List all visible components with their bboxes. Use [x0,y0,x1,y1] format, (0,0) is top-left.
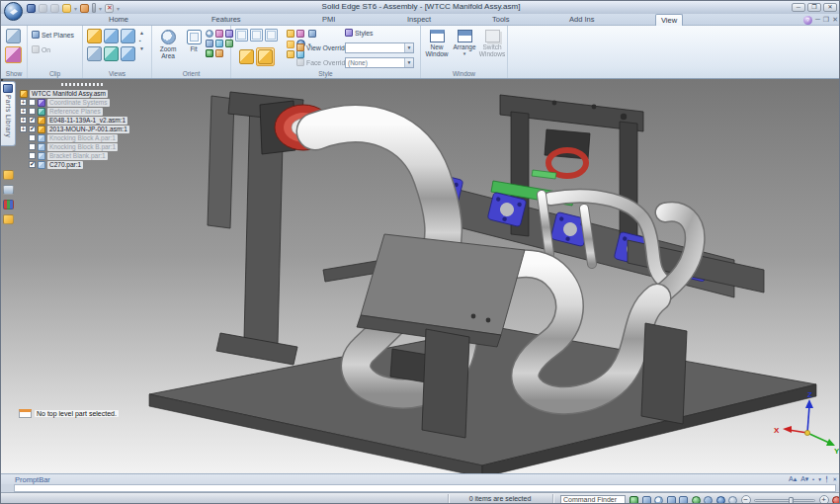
minimize-button[interactable]: ─ [792,3,805,12]
help-panel-icon[interactable] [3,214,14,224]
tab-features[interactable]: Features [207,14,246,26]
record-icon[interactable] [832,496,840,504]
new-window-button[interactable]: New Window [424,30,450,57]
arrange-button[interactable]: Arrange ▾ [452,30,477,57]
reflections-icon[interactable] [296,30,304,38]
shadows-icon[interactable] [287,41,294,48]
tab-pmi[interactable]: PMI [317,14,340,26]
panel-grip[interactable] [61,83,103,86]
arrange-dropdown-icon[interactable]: ▾ [452,50,477,57]
prompt-input[interactable] [14,484,836,492]
dock-icon[interactable]: ▪ [812,475,814,483]
view-dimetric-icon[interactable] [104,29,119,43]
visibility-checkbox[interactable] [29,161,36,168]
views-spin-up-icon[interactable]: ▲ [139,30,144,36]
tree-row[interactable]: + 2013-MOUN-JP-001.asm:1 [18,125,146,133]
rotate-icon[interactable] [692,496,701,504]
expand-icon[interactable]: + [20,126,27,132]
close-promptbar-icon[interactable]: ✕ [832,475,837,483]
tab-home[interactable]: Home [104,14,133,26]
tab-view[interactable]: View [655,14,683,26]
view-iso-icon[interactable] [87,29,102,43]
layers-icon[interactable] [3,185,14,195]
command-finder-input[interactable] [560,495,626,504]
shaded-view-icon[interactable] [716,496,725,504]
rotate-icon[interactable] [215,40,223,47]
zoom-slider[interactable] [754,499,815,502]
tab-tools[interactable]: Tools [487,14,515,26]
clip-on-button[interactable]: On [32,45,50,53]
named-views-icon[interactable] [206,40,213,47]
combo-dropdown-icon[interactable]: ▼ [404,43,413,52]
view-top-icon[interactable] [104,46,119,61]
chevron-down-icon[interactable]: ▾ [818,475,821,483]
texture-icon[interactable] [287,30,294,38]
style-shaded-edges-active[interactable] [256,47,275,66]
view-bottom-icon[interactable] [121,46,135,61]
expand-icon[interactable]: + [20,108,27,115]
doc-minimize-button[interactable]: ─ [815,15,820,25]
spin-icon[interactable] [704,496,713,504]
application-menu-button[interactable] [4,2,23,21]
sheet-zoom-icon[interactable] [642,496,651,504]
tree-root-row[interactable]: WTCC Manifold Assy.asm [18,89,146,98]
font-decrease-icon[interactable]: A▾ [800,475,808,483]
views-spin-mid-icon[interactable]: ▪ [139,38,144,43]
parts-library-tab[interactable]: Parts Library [1,81,16,146]
paint-icon[interactable] [296,50,304,58]
zoom-area-button[interactable]: Zoom Area [154,30,182,59]
visibility-checkbox[interactable] [29,134,36,141]
tree-row[interactable]: C270.par:1 [18,160,146,169]
help-icon[interactable]: ? [803,16,812,25]
refresh-view-icon[interactable] [206,49,213,57]
look-at-face-icon[interactable] [215,49,223,57]
combo-dropdown-icon[interactable]: ▼ [404,58,413,67]
doc-close-button[interactable]: ✕ [832,15,838,25]
show-hide-icon[interactable] [6,29,21,43]
show-all-icon[interactable] [5,46,22,63]
visibility-checkbox[interactable] [29,108,36,115]
visibility-checkbox[interactable] [29,143,36,150]
pin-icon[interactable]: ╿ [825,475,828,483]
sensors-icon[interactable] [3,200,14,210]
tree-row[interactable]: Knocking Block A.par:1 [18,133,146,142]
tree-row[interactable]: + Coordinate Systems [18,98,146,107]
views-spin-down-icon[interactable]: ▼ [139,45,144,51]
font-increase-icon[interactable]: A▴ [789,475,797,483]
pan-icon[interactable] [679,496,688,504]
restore-button[interactable]: ❐ [807,3,821,12]
fit-button[interactable]: Fit [184,30,204,52]
close-button[interactable]: ✕ [823,3,837,12]
pathfinder-icon[interactable] [3,170,14,180]
refresh-icon[interactable] [630,496,638,504]
style-hidden-edges-icon[interactable] [265,29,278,42]
view-overrides-button[interactable]: View Overrides [296,43,352,51]
tree-row[interactable]: Bracket Blank.par:1 [18,151,146,160]
floor-icon[interactable] [287,50,294,58]
viewport-3d[interactable]: X Y Z Parts Library WTCC Manifold Assy.a… [1,79,840,473]
style-visible-edges-icon[interactable] [250,29,263,42]
visibility-checkbox[interactable] [29,99,36,106]
tab-inspect[interactable]: Inspect [402,14,436,26]
view-front-icon[interactable] [87,46,102,61]
style-shaded-icon[interactable] [239,49,254,64]
zoom-icon[interactable] [654,496,663,504]
visibility-checkbox[interactable] [29,126,36,132]
tree-root-label[interactable]: WTCC Manifold Assy.asm [30,90,108,98]
visibility-checkbox[interactable] [29,152,36,159]
face-overrides-combo[interactable]: (None) ▼ [345,57,414,68]
expand-icon[interactable]: + [20,99,27,106]
fit-icon[interactable] [667,496,676,504]
view-style-icon[interactable] [728,496,737,504]
grid-options-icon[interactable] [308,30,316,38]
zoom-slider-thumb[interactable] [789,497,794,504]
styles-button[interactable]: Styles [345,29,374,37]
zoom-in-icon[interactable]: + [819,495,829,504]
pan-icon[interactable] [215,30,223,38]
tree-row[interactable]: + E048-11-139A-1_v2.asm:1 [18,116,146,125]
set-planes-button[interactable]: Set Planes [32,31,74,39]
visibility-checkbox[interactable] [29,117,36,124]
view-trimetric-icon[interactable] [121,29,135,43]
zoom-icon[interactable] [206,30,213,38]
tree-row[interactable]: Knocking Block B.par:1 [18,142,146,151]
